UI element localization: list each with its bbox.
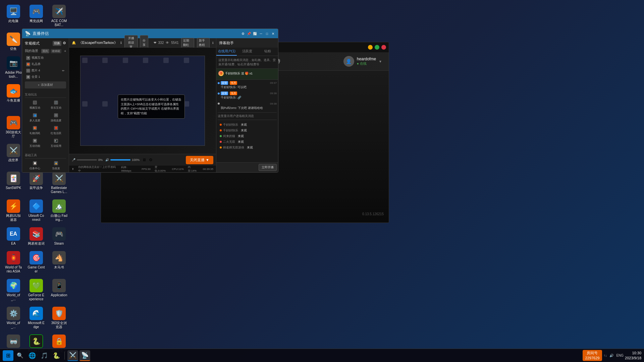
cortana-icon: 🌐 (29, 352, 36, 359)
go-live-button[interactable]: 关闭直播 ▼ (186, 156, 213, 164)
scene-item-empty[interactable]: □ 图片 4 ✏ (25, 67, 66, 74)
icon-muma[interactable]: 🐴 木马书 (49, 250, 69, 275)
tab-diamond-fans[interactable]: 钻粉 (258, 48, 278, 56)
maximize-button[interactable]: □ (375, 45, 379, 50)
stream-settings-icon[interactable]: ⚙ (240, 31, 245, 36)
icon-youlewan[interactable]: 🎮 鹰觉战网 (26, 3, 46, 28)
speaker-icon[interactable]: 🔊 (105, 158, 109, 162)
broadcast-btn[interactable]: 立即开播 (259, 164, 277, 171)
interaction-video[interactable]: 🎥 视频互动 (25, 99, 45, 111)
icon-wangyi[interactable]: 📚 网易有道词 (26, 226, 46, 247)
icon-battlestate[interactable]: ⚔️ Battlestate Games L... (49, 170, 69, 195)
settings2-icon[interactable]: ⚙ (149, 158, 153, 162)
network-status: 你的网络状态良好！上行手准码中 (78, 165, 117, 173)
scene-edit-icon[interactable]: ✏ (62, 69, 65, 72)
add-scene-icon[interactable]: + (64, 49, 66, 53)
interaction-app[interactable]: 📲 互动应用 (46, 137, 66, 149)
icon-microsoft-edge[interactable]: 🌊 Microsoft Edge (26, 305, 46, 330)
taskbar-cortana[interactable]: 🌐 (27, 350, 38, 361)
icon-360safe[interactable]: 🛡️ 360安全浏览器 (49, 305, 69, 330)
taskbar-widgets[interactable]: 🎵 (39, 350, 50, 361)
tab-activity[interactable]: 活跃度 (237, 48, 257, 56)
tutorial-btn[interactable]: 新手教程 (197, 38, 210, 48)
close-button[interactable]: ✕ (381, 45, 386, 50)
stream-maximize-button[interactable]: □ (265, 31, 269, 36)
scene-tab2[interactable]: 收纳箱 (51, 49, 61, 53)
stream-minimize-button[interactable]: ─ (259, 31, 263, 36)
chevron-down-icon[interactable]: ▼ (379, 60, 382, 63)
icon-ace-combat[interactable]: ✈️ ACE COMBAT... (49, 3, 69, 28)
tool-dangzuo[interactable]: 🏅 当坐发 (46, 160, 66, 172)
interaction-multilink[interactable]: 👥 多人连麦 (25, 112, 45, 124)
sidebar-switch-btn[interactable]: 切换 (53, 41, 61, 46)
clock-time: 10:30 (625, 351, 641, 355)
recent-badge-btn[interactable]: 近期翻红 (181, 38, 194, 48)
interaction-redpacket[interactable]: 🧧 红包活跃 (46, 125, 66, 136)
icon-wot2[interactable]: ⚙️ World_of_... (3, 305, 23, 330)
icon-application[interactable]: 📱 Application (49, 278, 69, 303)
icon-world-of[interactable]: 🌍 World_of_... (3, 278, 23, 303)
tab-online-users[interactable]: 在线用户(1) (216, 48, 237, 56)
speaker-control: 🔊 100% (105, 158, 140, 162)
msg-text-1: 千好好快乐: 可以吧 (218, 85, 277, 89)
interaction-func[interactable]: ⚙ 互动功能 (25, 137, 45, 149)
mic-icon[interactable]: 🎤 (72, 158, 75, 162)
scene-filter-label: 视频互动 (32, 56, 44, 60)
icon-geforce[interactable]: 💚 GeForce Experience (26, 278, 46, 303)
icon-ps-label: Adobe Photosh... (5, 71, 22, 79)
icon-360game[interactable]: 🎮 360游戏大厅 (3, 115, 23, 140)
icon-ubisoft[interactable]: 🔷 Ubisoft Connect (26, 198, 46, 223)
icon-baishan[interactable]: 🏔️ 白珊山 Fading... (49, 198, 69, 223)
interaction-game[interactable]: 🎮 游戏连麦 (46, 112, 66, 124)
icon-wot-asia[interactable]: 🏮 World of Tanks ASIA (3, 250, 23, 275)
monitor-icon[interactable]: 🖥 (142, 158, 146, 162)
icon-knife[interactable]: 🔪 切鱼 (3, 31, 23, 52)
interaction-gift2[interactable]: 🎁 礼物消耗 (25, 125, 45, 136)
stream-refresh-icon[interactable]: 🔄 (253, 31, 257, 36)
chat-msg-1: 蓝契 当月 09:37 千好好快乐: 可以吧 (218, 81, 277, 89)
wot2-icon: ⚙️ (7, 307, 20, 320)
zs-icon: ⚔️ (7, 144, 20, 157)
language-indicator[interactable]: ENG (616, 354, 624, 357)
icon-computer[interactable]: 🖥️ 此电脑 (3, 3, 23, 28)
stream-pin-icon[interactable]: 📌 (247, 31, 251, 36)
minimize-button[interactable]: ─ (368, 45, 373, 50)
icon-uubooster[interactable]: ⚡ 网易UU加速器 (3, 198, 23, 223)
scene-item-all[interactable]: ☰ 全景 1 (25, 74, 66, 80)
icon-ubi-label: Ubisoft Connect (28, 214, 45, 222)
icon-zhan-empire[interactable]: 🚀 装甲战争 (26, 170, 46, 195)
sidebar-settings-icon[interactable]: ⚙ (63, 41, 66, 46)
search-button[interactable]: 🔍 (15, 350, 25, 361)
icon-game-center[interactable]: 🎯 Game Center (26, 250, 46, 275)
taskbar-task-view[interactable]: 🐍 (51, 350, 62, 361)
start-button[interactable]: ⊞ (3, 350, 13, 361)
task-icon: 📋 (33, 161, 37, 165)
tool-task-center[interactable]: 📋 任务中心 (25, 160, 45, 172)
icon-steam[interactable]: 🎮 Steam (49, 226, 69, 247)
icon-ea[interactable]: EA EA (3, 226, 23, 247)
mic-progress[interactable] (77, 159, 97, 161)
taskbar-bsg-app[interactable]: ⚔️ (67, 350, 78, 361)
interaction-section: 互动玩法 🎥 视频互动 🎵 音乐互动 👥 多人连麦 (25, 93, 66, 149)
func-icon: ⚙ (33, 139, 37, 143)
online-user-2: 千好好快乐 (223, 128, 238, 133)
interaction-music[interactable]: 🎵 音乐互动 (46, 99, 66, 111)
scene-tab1[interactable]: 双向 (41, 49, 49, 53)
scene-item-filter[interactable]: ≡ 视频互动 (25, 55, 66, 61)
streaming-window-controls: ⚙ 📌 🔄 ─ □ ✕ (240, 31, 275, 36)
taskbar: ⊞ 🔍 🌐 🎵 🐍 ⚔️ 📡 房间号 2297629 ↑↓ 🔊 (0, 349, 644, 362)
network-icon[interactable]: ↑↓ (603, 354, 607, 357)
online-action-2: 来观 (241, 128, 247, 133)
speaker-progress[interactable] (110, 159, 130, 161)
icon-douyu[interactable]: 🐟 斗鱼直播 (3, 83, 23, 112)
taskbar-clock[interactable]: 10:30 2023/9/18 (625, 351, 641, 360)
icon-san5wpk[interactable]: 🃏 San5WPK (3, 170, 23, 195)
prev-icon-5 (163, 58, 169, 63)
scene-item-gift[interactable]: 🎁 礼品券 (25, 61, 66, 67)
add-material-btn[interactable]: + 添加素材 (25, 81, 66, 88)
taskbar-streaming-app[interactable]: 📡 (79, 350, 90, 361)
stream-close-button[interactable]: ✕ (271, 31, 275, 36)
icon-zhanshi[interactable]: ⚔️ 战世界 (3, 142, 23, 168)
volume-icon[interactable]: 🔊 (609, 354, 613, 357)
icon-photoshop[interactable]: 📷 Adobe Photosh... (3, 55, 23, 80)
